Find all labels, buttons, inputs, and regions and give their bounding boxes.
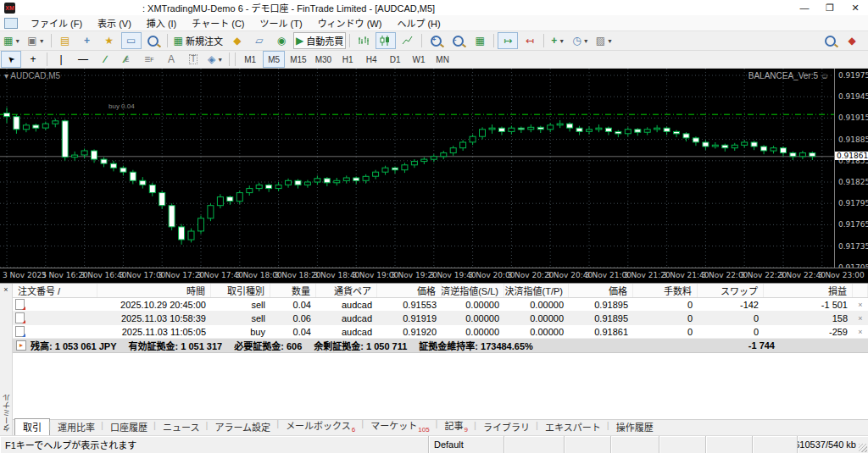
price-axis[interactable]: 0.91861 0.919750.919450.919150.918850.91… xyxy=(834,69,868,268)
close-position-icon[interactable]: × xyxy=(853,314,868,323)
timeframe-button-d1[interactable]: D1 xyxy=(384,51,406,68)
price-chart[interactable]: ▾ AUDCAD,M5 BALANCEA_Ver:5 ☺ buy 0.04 xyxy=(0,69,834,268)
price-tick: 0.91945 xyxy=(838,92,868,101)
table-row[interactable]: 2025.11.03 11:05:05buy0.04audcad0.919200… xyxy=(13,325,868,339)
price-tick: 0.91885 xyxy=(838,135,868,144)
column-header-8[interactable]: 価格 xyxy=(569,284,633,297)
close-position-icon[interactable]: × xyxy=(853,328,868,336)
column-header-3[interactable]: 数量 xyxy=(270,284,316,297)
chart-symbol-label: ▾ AUDCAD,M5 xyxy=(4,71,60,80)
notifications-button[interactable]: ◆ xyxy=(842,32,862,49)
column-header-7[interactable]: 決済指値(T/P) xyxy=(504,284,569,297)
table-row[interactable]: 2025.10.29 20:45:00sell0.04audcad0.91553… xyxy=(13,298,868,312)
separator xyxy=(235,52,236,66)
terminal-tab-2[interactable]: 口座履歴 xyxy=(103,419,155,435)
cell-2: 0.04 xyxy=(270,300,316,310)
timeframe-button-w1[interactable]: W1 xyxy=(408,51,430,68)
timeframe-button-m5[interactable]: M5 xyxy=(263,51,285,68)
auto-trading-button[interactable]: ▶ 自動売買 xyxy=(293,32,346,49)
templates-button[interactable]: ▨▼ xyxy=(593,32,615,49)
menu-item-3[interactable]: チャート (C) xyxy=(184,15,252,30)
menu-item-4[interactable]: ツール (T) xyxy=(253,15,310,30)
chart-shift-button[interactable]: ↤ xyxy=(520,32,540,49)
column-header-5[interactable]: 価格 xyxy=(377,284,442,297)
close-position-icon[interactable]: × xyxy=(853,301,868,309)
new-order-label: 新規注文 xyxy=(186,34,223,47)
zoom-out-button[interactable]: - xyxy=(448,32,468,49)
cursor-button[interactable]: ➤ xyxy=(1,51,21,68)
column-header-4[interactable]: 通貨ペア xyxy=(316,284,377,297)
timeframe-button-mn[interactable]: MN xyxy=(431,51,453,68)
status-cell xyxy=(753,436,798,453)
terminal-tab-1[interactable]: 運用比率 xyxy=(50,419,103,435)
terminal-panel: × ターミナル 注文番号 /時間取引種別数量通貨ペア価格決済逆指値(S/L)決済… xyxy=(0,283,868,435)
column-header-9[interactable]: 手数料 xyxy=(633,284,698,297)
timeframe-button-m30[interactable]: M30 xyxy=(312,51,335,68)
chart-window-icon[interactable] xyxy=(4,18,18,29)
menu-item-5[interactable]: ウィンドウ (W) xyxy=(310,15,390,30)
menu-item-1[interactable]: 表示 (V) xyxy=(90,15,139,30)
market-watch-button[interactable]: ▤ xyxy=(55,32,75,49)
terminal-tab-9[interactable]: エキスパート xyxy=(537,419,609,435)
menu-item-2[interactable]: 挿入 (I) xyxy=(139,15,184,30)
text-button[interactable]: A xyxy=(161,51,181,68)
menu-item-6[interactable]: ヘルプ (H) xyxy=(389,15,448,30)
new-chart-button[interactable]: ▦▼ xyxy=(1,32,23,49)
tile-windows-button[interactable]: ▦ xyxy=(470,32,490,49)
profiles-button[interactable]: ▣▼ xyxy=(25,32,47,49)
column-header-10[interactable]: スワップ xyxy=(698,284,764,297)
timeframe-button-h1[interactable]: H1 xyxy=(337,51,359,68)
search-button[interactable] xyxy=(820,32,840,49)
resize-grip[interactable] xyxy=(859,444,867,452)
maximize-button[interactable]: ❐ xyxy=(817,0,843,15)
terminal-tab-5[interactable]: メールボックス6 xyxy=(278,417,363,435)
close-button[interactable]: ✕ xyxy=(843,0,868,15)
menu-item-0[interactable]: ファイル (F) xyxy=(23,15,90,30)
mql-community-button[interactable]: ▱ xyxy=(249,32,270,49)
navigator-button[interactable]: ★ xyxy=(99,32,120,49)
horizontal-line-button[interactable]: — xyxy=(73,51,93,68)
column-header-6[interactable]: 決済逆指値(S/L) xyxy=(442,284,504,297)
timeframe-button-m15[interactable]: M15 xyxy=(287,51,309,68)
terminal-tab-7[interactable]: 記事9 xyxy=(437,417,476,435)
metaeditor-button[interactable]: ◆ xyxy=(227,32,248,49)
trendline-button[interactable]: ∕ xyxy=(95,51,115,68)
new-order-button[interactable]: ▦ 新規注文 xyxy=(171,32,225,49)
indicators-button[interactable]: +▼ xyxy=(548,32,568,49)
column-header-order[interactable]: 注文番号 / xyxy=(13,284,97,297)
table-row[interactable]: 2025.11.03 10:58:39sell0.06audcad0.91919… xyxy=(13,312,868,325)
terminal-tab-0[interactable]: 取引 xyxy=(14,418,50,435)
terminal-button[interactable]: ▭ xyxy=(121,32,142,49)
status-profile[interactable]: Default xyxy=(429,436,504,453)
auto-scroll-button[interactable]: ↦ xyxy=(498,32,518,49)
timeframe-button-h4[interactable]: H4 xyxy=(360,51,382,68)
crosshair-button[interactable]: + xyxy=(23,51,43,68)
terminal-tab-8[interactable]: ライブラリ xyxy=(476,419,537,435)
website-button[interactable]: ◉ xyxy=(271,32,292,49)
chart-area: ▾ AUDCAD,M5 BALANCEA_Ver:5 ☺ buy 0.04 0.… xyxy=(0,69,868,283)
time-axis[interactable]: 3 Nov 20253 Nov 16:203 Nov 16:403 Nov 17… xyxy=(0,268,868,283)
terminal-tab-10[interactable]: 操作履歴 xyxy=(609,419,661,435)
zoom-in-button[interactable]: + xyxy=(426,32,446,49)
terminal-tab-3[interactable]: ニュース xyxy=(155,419,207,435)
channel-button[interactable]: ∕∕E xyxy=(117,51,137,68)
cell-3: audcad xyxy=(316,300,377,310)
terminal-close-icon[interactable]: × xyxy=(3,285,8,294)
vertical-line-button[interactable]: | xyxy=(51,51,71,68)
line-chart-button[interactable] xyxy=(398,32,418,49)
text-label-button[interactable]: T xyxy=(183,51,203,68)
candlestick-chart-button[interactable] xyxy=(376,32,396,49)
terminal-tab-4[interactable]: アラーム設定 xyxy=(207,419,278,435)
terminal-tab-6[interactable]: マーケット105 xyxy=(363,417,437,435)
column-header-1[interactable]: 時間 xyxy=(97,284,211,297)
strategy-tester-button[interactable] xyxy=(143,32,164,49)
timeframe-button-m1[interactable]: M1 xyxy=(239,51,261,68)
column-header-11[interactable]: 損益 xyxy=(764,284,853,297)
fibonacci-button[interactable]: ≡F xyxy=(139,51,159,68)
data-window-button[interactable]: + xyxy=(77,32,97,49)
bar-chart-button[interactable] xyxy=(353,32,374,49)
periods-button[interactable]: ◷▼ xyxy=(570,32,591,49)
arrows-button[interactable]: ◈▼ xyxy=(205,51,225,68)
column-header-2[interactable]: 取引種別 xyxy=(211,284,270,297)
minimize-button[interactable]: — xyxy=(792,0,817,15)
